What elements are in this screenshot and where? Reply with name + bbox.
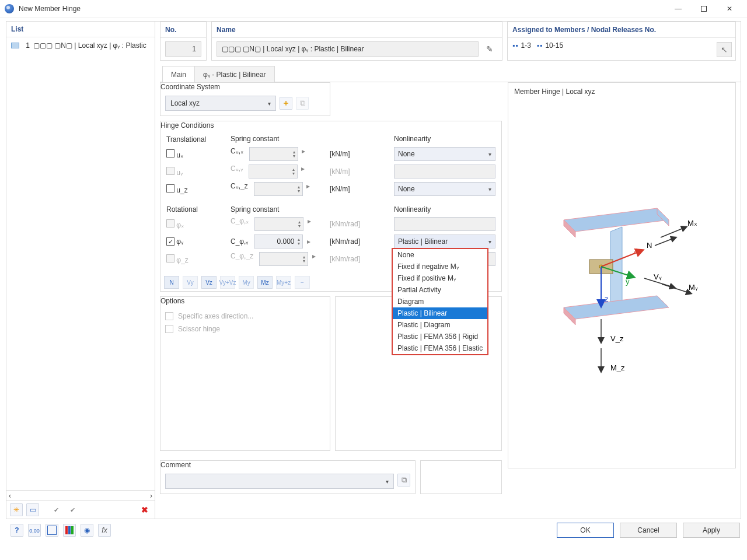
apply-button[interactable]: Apply bbox=[683, 523, 740, 538]
nl-opt[interactable]: Plastic | FEMA 356 | Elastic bbox=[393, 342, 487, 354]
delete-icon bbox=[141, 505, 148, 514]
nonlin-phiy-dropdown[interactable]: Plastic | Bilinear▾ bbox=[394, 235, 495, 249]
lbl-phiy: φᵧ bbox=[176, 237, 183, 246]
nl-opt[interactable]: Diagram bbox=[393, 296, 487, 307]
nl-opt[interactable]: Fixed if negative Mᵧ bbox=[393, 261, 487, 272]
chk-uy[interactable] bbox=[166, 167, 174, 175]
minimize-button[interactable]: — bbox=[665, 1, 691, 17]
unit-rad3: [kNm/rad] bbox=[330, 255, 360, 263]
list-item[interactable]: 1 ▢▢▢ ▢N▢ | Local xyz | φᵧ : Plastic bbox=[6, 40, 155, 51]
nl-opt-selected[interactable]: Plastic | Bilinear bbox=[393, 307, 487, 319]
edit-name-button[interactable] bbox=[482, 41, 497, 57]
run-icon bbox=[308, 217, 311, 225]
dialog-frame: List 1 ▢▢▢ ▢N▢ | Local xyz | φᵧ : Plasti… bbox=[6, 21, 741, 519]
nl-opt[interactable]: Plastic | Diagram bbox=[393, 319, 487, 331]
scroll-left-icon[interactable]: ‹ bbox=[9, 492, 11, 500]
opt-specific-axes[interactable]: Specific axes direction... bbox=[165, 310, 325, 323]
nl-opt[interactable]: None bbox=[393, 249, 487, 261]
tab-phiy[interactable]: φᵧ - Plastic | Bilinear bbox=[195, 66, 275, 82]
btn-vy[interactable]: Vy bbox=[183, 276, 198, 289]
run-icon[interactable] bbox=[307, 237, 310, 246]
uncheck-all-button[interactable] bbox=[66, 503, 79, 516]
run-icon bbox=[301, 164, 305, 173]
btn-minus[interactable]: − bbox=[295, 276, 310, 289]
dialog-bottom-bar: OK Cancel Apply bbox=[0, 519, 747, 538]
list-toolbar bbox=[6, 501, 155, 519]
select-button[interactable] bbox=[46, 524, 58, 537]
field-cphiy[interactable]: 0.000▴▾ bbox=[254, 235, 303, 249]
field-cuz[interactable]: ▴▾ bbox=[254, 182, 303, 196]
lbl-cphix: C_φ,ₓ bbox=[231, 217, 249, 225]
chart-button[interactable] bbox=[63, 524, 76, 537]
chk-phiz[interactable] bbox=[166, 254, 174, 262]
maximize-button[interactable] bbox=[691, 1, 717, 17]
copy-icon bbox=[300, 99, 305, 108]
delete-item-button[interactable] bbox=[138, 503, 151, 516]
select-icon bbox=[47, 526, 57, 535]
nl-opt[interactable]: Partial Activity bbox=[393, 284, 487, 296]
tab-page-main: Coordinate System Local xyz ▾ Hinge Cond… bbox=[160, 82, 741, 508]
chevron-down-icon: ▾ bbox=[386, 478, 389, 485]
svg-line-21 bbox=[662, 284, 691, 293]
cancel-button[interactable]: Cancel bbox=[620, 523, 677, 538]
new-item-button[interactable] bbox=[10, 503, 23, 516]
btn-vz[interactable]: Vz bbox=[201, 276, 217, 289]
coordinate-dropdown[interactable]: Local xyz ▾ bbox=[165, 96, 276, 111]
btn-myz[interactable]: My+z bbox=[276, 276, 291, 289]
app-icon bbox=[5, 4, 14, 13]
nonlin-ux[interactable]: None▾ bbox=[394, 147, 495, 161]
btn-my[interactable]: My bbox=[239, 276, 254, 289]
nl-opt[interactable]: Plastic | FEMA 356 | Rigid bbox=[393, 331, 487, 342]
nonlin-uy bbox=[394, 164, 495, 178]
pick-members-button[interactable] bbox=[717, 42, 732, 57]
close-window-button[interactable]: ✕ bbox=[717, 1, 742, 17]
col-spring-constant2: Spring constant bbox=[228, 204, 327, 215]
new-coord-button[interactable] bbox=[280, 97, 292, 110]
run-icon bbox=[302, 147, 305, 155]
eye-icon bbox=[84, 526, 90, 534]
comment-side-box bbox=[420, 460, 502, 494]
col-spring-constant: Spring constant bbox=[228, 133, 327, 145]
options-section: Options Specific axes direction... Sciss… bbox=[160, 296, 330, 451]
check-all-button[interactable] bbox=[50, 503, 62, 516]
nonlin-uz[interactable]: None▾ bbox=[394, 182, 495, 196]
view-button[interactable] bbox=[81, 524, 93, 537]
units-icon bbox=[29, 526, 40, 534]
field-cux[interactable]: ▴▾ bbox=[249, 147, 298, 161]
tab-main[interactable]: Main bbox=[162, 66, 195, 82]
chk-uz[interactable] bbox=[166, 184, 174, 192]
chk-phiy[interactable] bbox=[166, 237, 174, 246]
preview-canvas: x y z Mₓ N Vᵧ bbox=[508, 100, 735, 468]
field-cphiz: ▴▾ bbox=[259, 252, 308, 266]
opt-scissor[interactable]: Scissor hinge bbox=[165, 323, 325, 335]
chk-phix[interactable] bbox=[166, 219, 174, 228]
chk-ux[interactable] bbox=[166, 149, 174, 158]
comment-dropdown[interactable]: ▾ bbox=[165, 474, 394, 489]
btn-n[interactable]: N bbox=[164, 276, 179, 289]
plus-icon bbox=[282, 98, 290, 108]
ok-button[interactable]: OK bbox=[557, 523, 614, 538]
window-title: New Member Hinge bbox=[19, 5, 665, 13]
svg-marker-1 bbox=[564, 208, 669, 232]
svg-line-15 bbox=[661, 227, 686, 237]
number-field[interactable]: 1 bbox=[165, 41, 201, 57]
cursor-icon bbox=[721, 45, 728, 54]
scroll-right-icon[interactable]: › bbox=[150, 492, 152, 500]
comment-attach-button[interactable] bbox=[397, 474, 410, 487]
edit-coord-button[interactable] bbox=[296, 97, 309, 110]
fx-button[interactable] bbox=[98, 524, 111, 537]
units-button[interactable] bbox=[28, 524, 41, 537]
btn-mz[interactable]: Mz bbox=[257, 276, 273, 289]
member-chip-2[interactable]: ▪▪10-15 bbox=[537, 41, 563, 50]
member-chip-1[interactable]: ▪▪1-3 bbox=[512, 41, 531, 50]
nl-opt[interactable]: Fixed if positive Mᵧ bbox=[393, 272, 487, 284]
run-icon bbox=[306, 182, 310, 190]
btn-vyvz[interactable]: Vy+Vz bbox=[220, 276, 235, 289]
list-horizontal-scroll[interactable]: ‹ › bbox=[6, 490, 155, 501]
nonlin-phiy-popup[interactable]: None Fixed if negative Mᵧ Fixed if posit… bbox=[392, 248, 488, 355]
col-nonlinearity2: Nonlinearity bbox=[392, 204, 498, 215]
duplicate-item-button[interactable] bbox=[26, 503, 39, 516]
help-button[interactable] bbox=[11, 524, 23, 537]
name-field[interactable]: ▢▢▢ ▢N▢ | Local xyz | φᵧ : Plastic | Bil… bbox=[217, 41, 479, 57]
new-icon bbox=[13, 506, 19, 514]
